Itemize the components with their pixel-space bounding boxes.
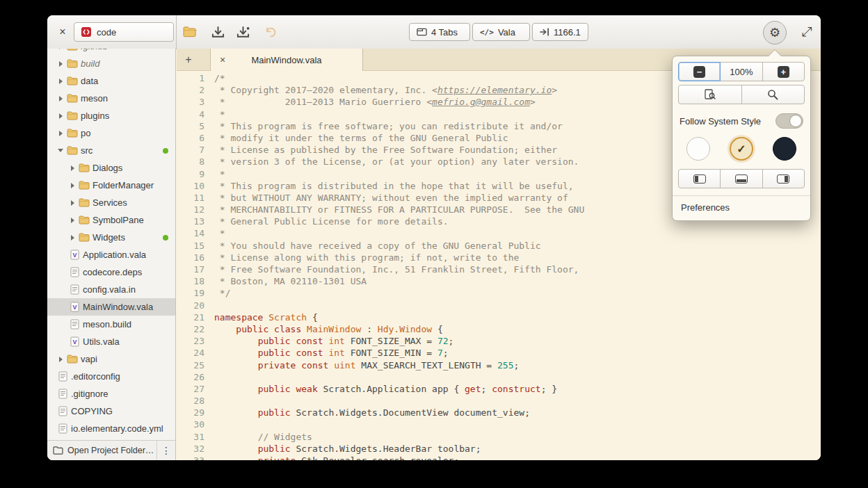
tree-item-application.vala[interactable]: VApplication.vala [47, 246, 175, 263]
expand-arrow-icon[interactable] [56, 55, 65, 72]
tree-item-io.elementary.code.yml[interactable]: io.elementary.code.yml [47, 420, 175, 437]
tree-item-codecore.deps[interactable]: codecore.deps [47, 263, 175, 281]
tree-item-src[interactable]: src [47, 142, 175, 159]
tree-item-mainwindow.vala[interactable]: VMainWindow.vala [47, 298, 175, 316]
tree-item-utils.vala[interactable]: VUtils.vala [47, 333, 175, 350]
code-line[interactable]: 23 public const int FONT_SIZE_MAX = 72; [177, 335, 821, 347]
goto-line-button[interactable]: 1166.1 [532, 23, 588, 41]
tree-item-widgets[interactable]: Widgets [47, 229, 175, 246]
tree-item-po[interactable]: po [47, 124, 175, 142]
tree-item-build[interactable]: build [47, 55, 175, 72]
expand-arrow-icon[interactable] [56, 350, 65, 368]
code-line[interactable]: 26 [177, 371, 821, 383]
fullscreen-button[interactable]: ⤢ [797, 22, 817, 42]
text-file-icon [67, 281, 81, 298]
expand-arrow-icon[interactable] [56, 49, 65, 55]
tree-item-label: SymbolPane [93, 215, 144, 225]
expand-arrow-icon[interactable] [56, 72, 65, 90]
code-line[interactable]: 30 [177, 418, 821, 430]
project-chooser-button[interactable]: code [74, 22, 174, 42]
tree-item-plugins[interactable]: plugins [47, 107, 175, 124]
tree-item-meson.build[interactable]: meson.build [47, 316, 175, 333]
folder-icon [77, 177, 91, 194]
expand-arrow-icon[interactable] [67, 211, 77, 229]
tab-mainwindow-vala[interactable]: × MainWindow.vala [210, 49, 363, 71]
find-in-page-button[interactable] [678, 85, 742, 104]
code-line[interactable]: 14 * [177, 227, 821, 239]
follow-system-style-toggle[interactable] [775, 113, 803, 129]
open-file-button[interactable] [181, 24, 199, 40]
line-number: 13 [177, 215, 214, 227]
sepia-style-button[interactable]: ✓ [730, 137, 753, 161]
svg-text:V: V [72, 252, 77, 259]
line-number: 33 [177, 455, 214, 460]
line-number: 9 [177, 168, 214, 180]
code-line[interactable]: 32 public Scratch.Widgets.HeaderBar tool… [177, 443, 821, 455]
save-as-button[interactable] [234, 24, 252, 40]
expand-arrow-icon[interactable] [67, 177, 77, 194]
layout-sidebar-right-button[interactable] [762, 169, 805, 188]
code-line[interactable]: 20 [177, 300, 821, 311]
tab-counter-button[interactable]: 4 Tabs [409, 23, 470, 41]
zoom-out-button[interactable]: − [678, 62, 721, 81]
new-tab-button[interactable]: + [181, 52, 196, 67]
open-project-folder-button[interactable]: Open Project Folder… ⋮ [47, 440, 175, 460]
code-line[interactable]: 16 * License along with this program; if… [177, 252, 821, 263]
layout-panel-bottom-button[interactable] [720, 169, 762, 188]
code-line[interactable]: 19 */ [177, 287, 821, 299]
style-switcher: ✓ [678, 131, 805, 169]
line-number: 19 [177, 287, 214, 299]
text-file-icon [67, 316, 81, 333]
tree-item-meson[interactable]: meson [47, 90, 175, 107]
tree-item-data[interactable]: data [47, 72, 175, 90]
code-line[interactable]: 18 * Boston, MA 02110-1301 USA [177, 275, 821, 287]
tree-item-copying[interactable]: COPYING [47, 402, 175, 420]
tab-close-icon[interactable]: × [217, 54, 228, 65]
toggle-knob [789, 115, 802, 127]
expand-arrow-icon[interactable] [67, 159, 77, 177]
window-close-button[interactable]: × [56, 25, 70, 39]
light-style-button[interactable] [686, 137, 710, 161]
tree-item-.editorconfig[interactable]: .editorconfig [47, 368, 175, 385]
dark-style-button[interactable] [773, 137, 796, 161]
search-button[interactable] [741, 85, 805, 104]
line-content: * [214, 108, 225, 120]
folder-icon [65, 90, 79, 107]
sidebar-menu-button[interactable]: ⋮ [156, 441, 175, 460]
tree-item-config.vala.in[interactable]: config.vala.in [47, 281, 175, 298]
collapse-arrow-icon[interactable] [56, 142, 65, 159]
tree-item-services[interactable]: Services [47, 194, 175, 211]
zoom-in-button[interactable]: + [762, 62, 805, 81]
zoom-level-button[interactable]: 100% [720, 62, 762, 81]
expand-arrow-icon[interactable] [56, 124, 65, 142]
code-line[interactable]: 21namespace Scratch { [177, 311, 821, 323]
save-button[interactable] [209, 24, 227, 40]
tree-item-dialogs[interactable]: Dialogs [47, 159, 175, 177]
tree-item-vapi[interactable]: vapi [47, 350, 175, 368]
expand-arrow-icon[interactable] [67, 194, 77, 211]
language-button[interactable]: </> Vala [472, 23, 530, 41]
tree-item-symbolpane[interactable]: SymbolPane [47, 211, 175, 229]
tree-item-label: data [81, 76, 98, 86]
preferences-menu-item[interactable]: Preferences [678, 196, 805, 215]
expand-arrow-icon[interactable] [56, 90, 65, 107]
layout-sidebar-left-button[interactable] [678, 169, 721, 188]
code-line[interactable]: 33 private Gtk.Revealer search_revealer; [177, 455, 821, 460]
tree-item-foldermanager[interactable]: FolderManager [47, 177, 175, 194]
code-line[interactable]: 28 [177, 395, 821, 407]
code-line[interactable]: 17 * Free Software Foundation, Inc., 51 … [177, 263, 821, 275]
code-line[interactable]: 24 public const int FONT_SIZE_MIN = 7; [177, 347, 821, 359]
zoom-level-label: 100% [730, 67, 753, 77]
code-line[interactable]: 29 public Scratch.Widgets.DocumentView d… [177, 407, 821, 418]
code-line[interactable]: 31 // Widgets [177, 431, 821, 443]
settings-menu-button[interactable]: ⚙ [763, 21, 787, 44]
code-line[interactable]: 27 public weak Scratch.Application app {… [177, 383, 821, 395]
code-line[interactable]: 22 public class MainWindow : Hdy.Window … [177, 323, 821, 335]
line-number: 16 [177, 252, 214, 263]
expand-arrow-icon[interactable] [67, 229, 77, 246]
tree-item-.github[interactable]: .github [47, 49, 175, 55]
tree-item-.gitignore[interactable]: .gitignore [47, 385, 175, 402]
expand-arrow-icon[interactable] [56, 107, 65, 124]
code-line[interactable]: 25 private const uint MAX_SEARCH_TEXT_LE… [177, 359, 821, 371]
code-line[interactable]: 15 * You should have received a copy of … [177, 240, 821, 252]
